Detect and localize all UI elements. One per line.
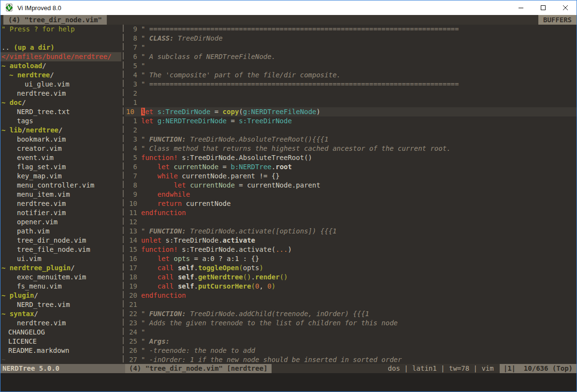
- line-number: 18: [125, 273, 137, 282]
- tree-item[interactable]: nerdtree.vim: [0, 199, 121, 208]
- code-text: " ======================================…: [141, 25, 459, 34]
- status-active-file: (4) "tree_dir_node.vim" [nerdtree]: [125, 364, 272, 373]
- tree-item[interactable]: nerdtree.vim: [0, 89, 121, 98]
- window-split-separator[interactable]: [121, 25, 125, 364]
- code-line[interactable]: 25" Args:: [125, 337, 577, 346]
- line-number: 22: [125, 309, 137, 319]
- code-line[interactable]: 9 endwhile: [125, 190, 577, 199]
- code-line[interactable]: 4" The 'composite' part of the file/dir …: [125, 71, 577, 80]
- code-line[interactable]: 6" A subclass of NERDTreeFileNode.: [125, 52, 577, 61]
- line-number: 9: [125, 25, 137, 34]
- tree-item[interactable]: ui_glue.vim: [0, 80, 121, 89]
- code-line[interactable]: 20endfunction: [125, 291, 577, 300]
- code-line[interactable]: 7 while currentNode.parent != {}: [125, 172, 577, 181]
- code-line[interactable]: 5": [125, 61, 577, 71]
- code-line[interactable]: 11endfunction: [125, 208, 577, 218]
- tree-item[interactable]: ~ nerdtree_plugin/: [0, 263, 121, 273]
- code-line[interactable]: 2: [125, 126, 577, 135]
- tree-item[interactable]: menu_item.vim: [0, 190, 121, 199]
- tree-item[interactable]: bookmark.vim: [0, 135, 121, 144]
- code-line-current[interactable]: 10let s:TreeDirNode = copy(g:NERDTreeFil…: [125, 107, 577, 116]
- tree-item[interactable]: creator.vim: [0, 144, 121, 153]
- line-number: 4: [125, 144, 137, 153]
- line-number: 6: [125, 162, 137, 172]
- tree-item[interactable]: fs_menu.vim: [0, 282, 121, 291]
- tree-item[interactable]: exec_menuitem.vim: [0, 273, 121, 282]
- code-line[interactable]: 27" -inOrder: 1 if the new node should b…: [125, 355, 577, 364]
- code-text: " Args:: [141, 337, 170, 346]
- minimize-button[interactable]: [510, 0, 532, 15]
- tree-item[interactable]: tree_dir_node.vim: [0, 236, 121, 245]
- code-line[interactable]: 5function! s:TreeDirNode.AbsoluteTreeRoo…: [125, 153, 577, 162]
- code-text: call self.putCursorHere(0, 0): [141, 282, 275, 291]
- code-line[interactable]: 8" CLASS: TreeDirNode: [125, 34, 577, 43]
- code-line[interactable]: 12: [125, 218, 577, 227]
- tree-item[interactable]: " Press ? for help: [0, 25, 121, 34]
- status-file-info: dos | latin1 | tw=78 | vim: [272, 364, 500, 373]
- tree-item[interactable]: event.vim: [0, 153, 121, 162]
- code-text: let currentNode = b:NERDTree.root: [141, 162, 292, 172]
- code-line[interactable]: 3" FUNCTION: TreeDirNode.AbsoluteTreeRoo…: [125, 135, 577, 144]
- code-line[interactable]: 8 let currentNode = currentNode.parent: [125, 181, 577, 190]
- nerdtree-pane: " Press ? for help.. (up a dir)</vimfile…: [0, 25, 121, 364]
- tree-item[interactable]: ~ nerdtree/: [0, 71, 121, 80]
- code-line[interactable]: 23" Adds the given treenode to the list …: [125, 319, 577, 328]
- tree-item[interactable]: tags: [0, 116, 121, 126]
- line-number: 26: [125, 346, 137, 355]
- code-line[interactable]: 2: [125, 89, 577, 98]
- tree-item[interactable]: flag_set.vim: [0, 162, 121, 172]
- tree-item[interactable]: CHANGELOG: [0, 328, 121, 337]
- code-line[interactable]: 6 let currentNode = b:NERDTree.root: [125, 162, 577, 172]
- code-line[interactable]: 10 return currentNode: [125, 199, 577, 208]
- command-line: [0, 373, 577, 392]
- title-bar: Vi IMproved 8.0: [0, 0, 577, 15]
- tree-item[interactable]: notifier.vim: [0, 208, 121, 218]
- code-line[interactable]: 24": [125, 328, 577, 337]
- tree-item[interactable]: menu_controller.vim: [0, 181, 121, 190]
- tab-tree-dir-node[interactable]: (4) "tree_dir_node.vim": [3, 15, 107, 25]
- code-line[interactable]: 17 call self.toggleOpen(opts): [125, 263, 577, 273]
- code-line[interactable]: 19 call self.putCursorHere(0, 0): [125, 282, 577, 291]
- tree-item[interactable]: opener.vim: [0, 218, 121, 227]
- window-title: Vi IMproved 8.0: [17, 4, 61, 12]
- tree-item[interactable]: README.markdown: [0, 346, 121, 355]
- tree-item[interactable]: key_map.vim: [0, 172, 121, 181]
- code-line[interactable]: 3" =====================================…: [125, 80, 577, 89]
- tree-item[interactable]: LICENCE: [0, 337, 121, 346]
- code-line[interactable]: 18 call self.getNerdtree().render(): [125, 273, 577, 282]
- line-number: 19: [125, 282, 137, 291]
- maximize-button[interactable]: [532, 0, 554, 15]
- tree-item[interactable]: nerdtree.vim: [0, 319, 121, 328]
- close-button[interactable]: [554, 0, 577, 15]
- code-line[interactable]: 26" -treenode: the node to add: [125, 346, 577, 355]
- tree-item[interactable]: ~ lib/nerdtree/: [0, 126, 121, 135]
- line-number: 8: [125, 34, 137, 43]
- tree-item[interactable]: ~ plugin/: [0, 291, 121, 300]
- code-line[interactable]: 9" =====================================…: [125, 25, 577, 34]
- tree-item[interactable]: NERD_tree.vim: [0, 300, 121, 309]
- tree-item[interactable]: path.vim: [0, 227, 121, 236]
- code-line[interactable]: 21: [125, 300, 577, 309]
- code-line[interactable]: 4" Class method that returns the highest…: [125, 144, 577, 153]
- tree-item[interactable]: ~ doc/: [0, 98, 121, 107]
- code-line[interactable]: 1: [125, 98, 577, 107]
- line-number: 7: [125, 172, 137, 181]
- code-line[interactable]: 22" FUNCTION: TreeDirNode.addChild(treen…: [125, 309, 577, 319]
- code-line[interactable]: 7": [125, 43, 577, 52]
- tree-item[interactable]: ui.vim: [0, 254, 121, 263]
- tree-item[interactable]: ~ syntax/: [0, 309, 121, 319]
- line-number: 27: [125, 355, 137, 364]
- code-line[interactable]: 13" FUNCTION: TreeDirNode.activate([opti…: [125, 227, 577, 236]
- tree-item[interactable]: [0, 34, 121, 43]
- code-line[interactable]: 16 let opts = a:0 ? a:1 : {}: [125, 254, 577, 263]
- tree-item[interactable]: ~ autoload/: [0, 61, 121, 71]
- code-line[interactable]: 15function! s:TreeDirNode.activate(...): [125, 245, 577, 254]
- tree-root-path[interactable]: </vimfiles/bundle/nerdtree/: [0, 52, 121, 61]
- tree-item[interactable]: .. (up a dir): [0, 43, 121, 52]
- code-line[interactable]: 1let g:NERDTreeDirNode = s:TreeDirNode: [125, 116, 577, 126]
- tree-item[interactable]: ~: [0, 355, 121, 364]
- code-line[interactable]: 14unlet s:TreeDirNode.activate: [125, 236, 577, 245]
- tree-item[interactable]: NERD_tree.txt: [0, 107, 121, 116]
- tree-item[interactable]: tree_file_node.vim: [0, 245, 121, 254]
- code-text: " ======================================…: [141, 80, 459, 89]
